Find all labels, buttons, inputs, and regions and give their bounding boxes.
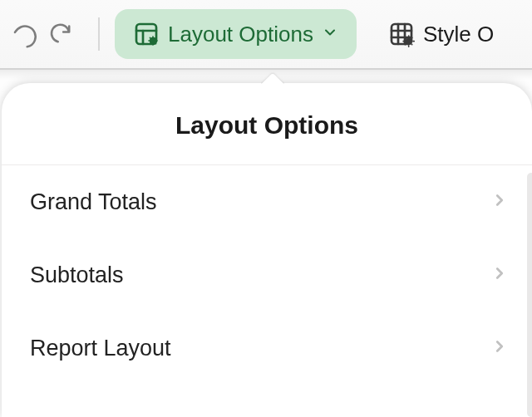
chevron-down-icon: [322, 24, 338, 44]
style-options-label: Style O: [423, 22, 494, 47]
redo-button[interactable]: [43, 16, 80, 52]
chevron-right-icon: [490, 336, 509, 361]
redo-icon: [47, 20, 76, 48]
list-item-label: Grand Totals: [30, 189, 157, 215]
style-options-icon: [388, 21, 415, 47]
chevron-right-icon: [490, 262, 509, 288]
list-item-subtotals[interactable]: Subtotals: [2, 238, 532, 312]
undo-button[interactable]: [7, 16, 43, 52]
style-options-button[interactable]: Style O: [378, 9, 504, 59]
toolbar: Layout Options Style O: [0, 0, 532, 70]
popover-title: Layout Options: [2, 83, 532, 165]
popover-list: Grand Totals Subtotals Report Layout: [2, 165, 532, 385]
undo-icon: [11, 20, 39, 48]
list-item-grand-totals[interactable]: Grand Totals: [2, 165, 532, 238]
layout-options-button[interactable]: Layout Options: [115, 9, 357, 59]
list-item-label: Subtotals: [30, 262, 124, 288]
popover-arrow: [261, 72, 284, 84]
scrollbar[interactable]: [527, 173, 532, 417]
chevron-right-icon: [490, 189, 509, 215]
layout-options-icon: [133, 21, 160, 47]
list-item-label: Report Layout: [30, 336, 171, 361]
layout-options-label: Layout Options: [168, 22, 313, 47]
layout-options-popover: Layout Options Grand Totals Subtotals Re…: [2, 83, 532, 417]
list-item-report-layout[interactable]: Report Layout: [2, 312, 532, 385]
toolbar-separator: [98, 17, 100, 51]
